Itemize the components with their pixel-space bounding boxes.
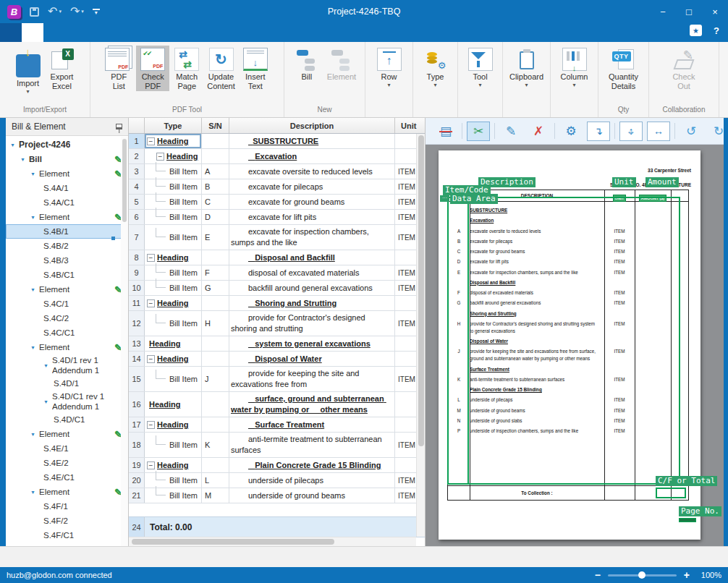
- type-cell[interactable]: Bill Item: [145, 281, 202, 295]
- description-cell[interactable]: Disposal of Water: [229, 352, 395, 366]
- type-cell[interactable]: Bill Item: [145, 473, 202, 488]
- row-number-cell[interactable]: 14: [129, 352, 145, 366]
- unit-annotation-label[interactable]: Unit: [612, 177, 636, 187]
- column-button[interactable]: Column: [558, 46, 591, 89]
- tree-item[interactable]: Project-4246: [6, 137, 128, 152]
- description-cell[interactable]: anti-termite treatment to subterranean s…: [229, 433, 395, 457]
- zoom-slider[interactable]: [608, 574, 677, 576]
- row-button[interactable]: Row: [373, 46, 406, 89]
- tree-expand-arrow-icon[interactable]: [10, 142, 19, 148]
- tree-item[interactable]: S.4B/3: [6, 253, 128, 268]
- tree-item[interactable]: Element: [6, 340, 128, 354]
- tree-item[interactable]: Element: [6, 427, 128, 441]
- row-number-cell[interactable]: 16: [129, 392, 145, 417]
- type-cell[interactable]: Heading: [145, 392, 202, 417]
- column-header-description[interactable]: Description: [229, 118, 395, 133]
- collapse-icon[interactable]: [147, 299, 155, 307]
- select-all-corner[interactable]: [129, 118, 145, 133]
- pdf-viewer[interactable]: 33 Carpenter Street SECTION NO. 4B - SUB…: [426, 145, 724, 546]
- row-number-cell[interactable]: 1: [129, 134, 145, 148]
- pdf-list-button[interactable]: PDF List: [102, 46, 135, 91]
- type-cell[interactable]: Heading: [145, 458, 202, 472]
- tree-item[interactable]: S.4C/2: [6, 311, 128, 325]
- table-row[interactable]: 19 Heading Plain Concrete Grade 15 Blind…: [129, 458, 425, 473]
- type-button[interactable]: Type: [419, 46, 452, 89]
- tree-item[interactable]: S.4B/C1: [6, 268, 128, 282]
- sn-cell[interactable]: B: [202, 179, 229, 194]
- type-cell[interactable]: Bill Item: [145, 164, 202, 179]
- sn-cell[interactable]: [202, 149, 229, 163]
- type-cell[interactable]: Heading: [145, 134, 202, 148]
- row-number-cell[interactable]: 20: [129, 473, 145, 488]
- table-row[interactable]: 12 Bill Item H provide for Contractor's …: [129, 311, 425, 336]
- delete-annotation-icon[interactable]: ✗: [527, 122, 550, 141]
- favorites-icon[interactable]: ★: [690, 25, 702, 36]
- update-content-button[interactable]: Update Content: [204, 46, 238, 91]
- snip-region-icon[interactable]: ✂: [467, 122, 490, 141]
- sn-cell[interactable]: J: [202, 367, 229, 391]
- type-cell[interactable]: Heading: [145, 417, 202, 432]
- row-number-cell[interactable]: 21: [129, 488, 145, 503]
- sn-cell[interactable]: L: [202, 473, 229, 488]
- row-number-cell[interactable]: 13: [129, 336, 145, 351]
- type-cell[interactable]: Heading: [145, 352, 202, 366]
- tree-item[interactable]: Element: [6, 166, 128, 181]
- cf-total-annotation-label[interactable]: C/F or Total: [656, 476, 717, 486]
- row-number-cell[interactable]: 12: [129, 311, 145, 336]
- tree-item[interactable]: S.4E/1: [6, 441, 128, 456]
- row-number-cell[interactable]: 3: [129, 164, 145, 179]
- column-header-sn[interactable]: S/N: [202, 118, 229, 133]
- zoom-out-button[interactable]: −: [595, 571, 601, 579]
- tree-expand-arrow-icon[interactable]: [43, 399, 52, 404]
- tree-item[interactable]: S.4B/1: [6, 224, 128, 239]
- type-cell[interactable]: Heading: [145, 296, 202, 310]
- sn-cell[interactable]: A: [202, 164, 229, 179]
- tree-expand-arrow-icon[interactable]: [30, 432, 39, 437]
- tree-item[interactable]: Element: [6, 282, 128, 297]
- table-horizontal-scrollbar[interactable]: [129, 537, 416, 546]
- description-cell[interactable]: underside of ground beams: [229, 488, 395, 503]
- edit-annotation-icon[interactable]: ✎: [499, 122, 522, 141]
- type-cell[interactable]: Bill Item: [145, 225, 202, 250]
- check-pdf-button[interactable]: Check PDF: [136, 46, 169, 91]
- insert-text-button[interactable]: Insert Text: [239, 46, 272, 91]
- table-row[interactable]: 18 Bill Item K anti-termite treatment to…: [129, 433, 425, 458]
- description-cell[interactable]: excavate for lift pits: [229, 210, 395, 224]
- tab-edit[interactable]: [22, 23, 43, 42]
- tree-item[interactable]: S.4C/C1: [6, 325, 128, 340]
- clipboard-button[interactable]: Clipboard: [507, 46, 546, 89]
- column-header-type[interactable]: Type: [145, 118, 202, 133]
- tree-expand-arrow-icon[interactable]: [30, 345, 39, 350]
- table-row[interactable]: 21 Bill Item M underside of ground beams…: [129, 488, 425, 503]
- sn-cell[interactable]: [202, 417, 229, 432]
- tree-expand-arrow-icon[interactable]: [30, 490, 39, 495]
- table-row[interactable]: 11 Heading Shoring and Strutting: [129, 296, 425, 311]
- table-row[interactable]: 8 Heading Disposal and Backfill: [129, 250, 425, 265]
- collapse-icon[interactable]: [147, 254, 155, 262]
- type-cell[interactable]: Bill Item: [145, 265, 202, 280]
- sn-cell[interactable]: [202, 250, 229, 265]
- table-row[interactable]: 9 Bill Item F disposal of excavated mate…: [129, 265, 425, 281]
- tab-analysis[interactable]: [65, 23, 87, 42]
- tree-item[interactable]: S.4D/C1 rev 1 Addendum 1: [6, 391, 128, 412]
- description-cell[interactable]: excavate for pilecaps: [229, 179, 395, 194]
- fit-page-icon[interactable]: ↕ ↔: [619, 122, 643, 141]
- row-number-cell[interactable]: 6: [129, 210, 145, 224]
- collapse-icon[interactable]: [147, 421, 155, 429]
- tree-item[interactable]: S.4B/2: [6, 239, 128, 253]
- collapse-icon[interactable]: [147, 355, 155, 363]
- description-cell[interactable]: Disposal and Backfill: [229, 250, 395, 265]
- type-cell[interactable]: Heading: [145, 250, 202, 265]
- table-row[interactable]: 13 Heading system to general excavations: [129, 336, 425, 352]
- table-row[interactable]: 20 Bill Item L underside of pilecaps ITE…: [129, 473, 425, 488]
- table-row[interactable]: 4 Bill Item B excavate for pilecaps ITEM: [129, 179, 425, 195]
- type-cell[interactable]: Bill Item: [145, 488, 202, 503]
- row-number-cell[interactable]: 18: [129, 433, 145, 457]
- tree-item[interactable]: S.4C/1: [6, 297, 128, 311]
- tree-item[interactable]: S.4F/2: [6, 514, 128, 528]
- description-cell[interactable]: excavate for ground beams: [229, 195, 395, 209]
- settings-gear-icon[interactable]: ⚙: [559, 122, 583, 141]
- tree-item[interactable]: S.4F/1: [6, 499, 128, 514]
- column-header-unit[interactable]: Unit: [395, 118, 426, 133]
- row-number-cell[interactable]: 7: [129, 225, 145, 250]
